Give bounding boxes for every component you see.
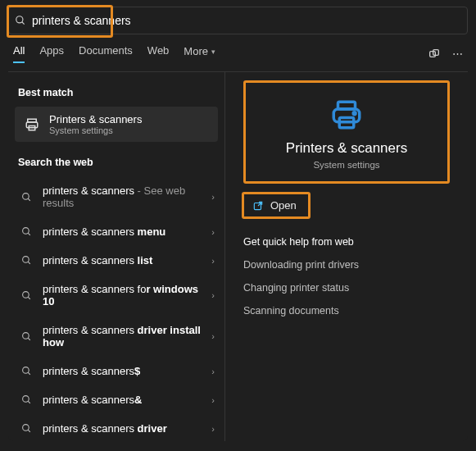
tabs-bar: All Apps Documents Web More ▾ ⋯: [8, 34, 468, 72]
search-icon: [18, 226, 34, 237]
svg-rect-5: [26, 122, 38, 128]
web-result-text: printers & scanners - See web results: [43, 184, 211, 209]
search-icon: [18, 423, 34, 434]
chevron-down-icon: ▾: [211, 48, 215, 56]
svg-point-9: [22, 228, 29, 235]
svg-line-18: [28, 372, 30, 375]
chevron-right-icon: ›: [211, 331, 215, 341]
search-icon: [18, 290, 34, 301]
search-icon: [18, 192, 34, 203]
more-options-icon[interactable]: ⋯: [452, 48, 463, 60]
tab-apps[interactable]: Apps: [39, 44, 64, 63]
svg-point-15: [22, 332, 29, 339]
web-result-text: printers & scanners menu: [43, 226, 211, 238]
best-match-subtitle: System settings: [49, 125, 142, 135]
svg-line-12: [28, 262, 30, 264]
svg-line-8: [28, 198, 30, 201]
search-icon: [9, 15, 32, 26]
svg-line-1: [22, 22, 25, 25]
svg-point-26: [353, 112, 356, 115]
chevron-right-icon: ›: [211, 290, 215, 300]
chevron-right-icon: ›: [211, 424, 215, 434]
web-result-row[interactable]: printers & scanners driver›: [8, 414, 224, 441]
chevron-right-icon: ›: [211, 192, 215, 202]
rewards-icon[interactable]: [428, 48, 441, 61]
svg-line-22: [28, 430, 30, 432]
web-result-text: printers & scanners list: [43, 254, 211, 266]
search-icon: [18, 394, 34, 405]
open-button[interactable]: Open: [242, 192, 311, 219]
web-result-row[interactable]: printers & scanners driver install how›: [8, 316, 224, 357]
tab-web[interactable]: Web: [147, 44, 170, 63]
svg-point-11: [22, 257, 29, 263]
web-result-text: printers & scanners&: [43, 394, 211, 406]
best-match-result[interactable]: Printers & scanners System settings: [15, 107, 218, 142]
chevron-right-icon: ›: [211, 395, 215, 405]
detail-title: Printers & scanners: [246, 140, 447, 157]
svg-line-20: [28, 401, 30, 403]
tab-all[interactable]: All: [13, 44, 25, 63]
web-result-text: printers & scanners for windows 10: [43, 283, 211, 308]
svg-point-0: [16, 16, 23, 23]
detail-card: Printers & scanners System settings: [243, 80, 450, 184]
quick-help-item[interactable]: Scanning documents: [242, 299, 451, 322]
results-panel: Best match Printers & scanners System se…: [8, 72, 225, 441]
search-icon: [18, 331, 34, 342]
svg-point-19: [22, 396, 29, 403]
svg-line-10: [28, 233, 30, 235]
open-external-icon: [252, 200, 264, 212]
quick-help-header: Get quick help from web: [242, 230, 451, 253]
web-result-text: printers & scanners driver install how: [43, 324, 211, 348]
detail-subtitle: System settings: [246, 160, 447, 170]
svg-point-17: [22, 367, 29, 374]
svg-point-13: [22, 291, 29, 298]
printer-large-icon: [246, 98, 447, 132]
web-result-row[interactable]: printers & scanners$›: [8, 357, 224, 385]
quick-help-item[interactable]: Changing printer status: [242, 276, 451, 299]
web-result-text: printers & scanners$: [43, 365, 211, 377]
detail-panel: Printers & scanners System settings Open…: [225, 72, 468, 441]
web-result-row[interactable]: printers & scanners for windows 10›: [8, 275, 224, 316]
chevron-right-icon: ›: [211, 227, 215, 237]
search-web-label: Search the web: [8, 150, 224, 176]
quick-help-item[interactable]: Downloading print drivers: [242, 253, 451, 276]
web-result-row[interactable]: printers & scanners - See web results›: [8, 176, 224, 217]
search-box[interactable]: [8, 7, 468, 34]
svg-point-21: [22, 425, 29, 431]
tab-more-label: More: [184, 45, 208, 57]
tab-more[interactable]: More ▾: [184, 44, 215, 63]
printer-icon: [23, 117, 41, 132]
chevron-right-icon: ›: [211, 367, 215, 376]
tab-documents[interactable]: Documents: [79, 44, 133, 63]
svg-point-7: [22, 193, 29, 199]
search-input[interactable]: [32, 7, 467, 34]
web-result-row[interactable]: printers & scanners list›: [8, 246, 224, 275]
search-icon: [18, 366, 34, 376]
best-match-label: Best match: [8, 80, 224, 107]
web-result-row[interactable]: printers & scanners&›: [8, 385, 224, 414]
svg-line-14: [28, 297, 30, 299]
web-result-text: printers & scanners driver: [43, 422, 211, 435]
chevron-right-icon: ›: [211, 256, 215, 266]
best-match-title: Printers & scanners: [49, 113, 142, 125]
web-result-row[interactable]: printers & scanners menu›: [8, 217, 224, 246]
open-button-label: Open: [270, 199, 297, 212]
search-icon: [18, 255, 34, 266]
svg-line-16: [28, 338, 30, 340]
